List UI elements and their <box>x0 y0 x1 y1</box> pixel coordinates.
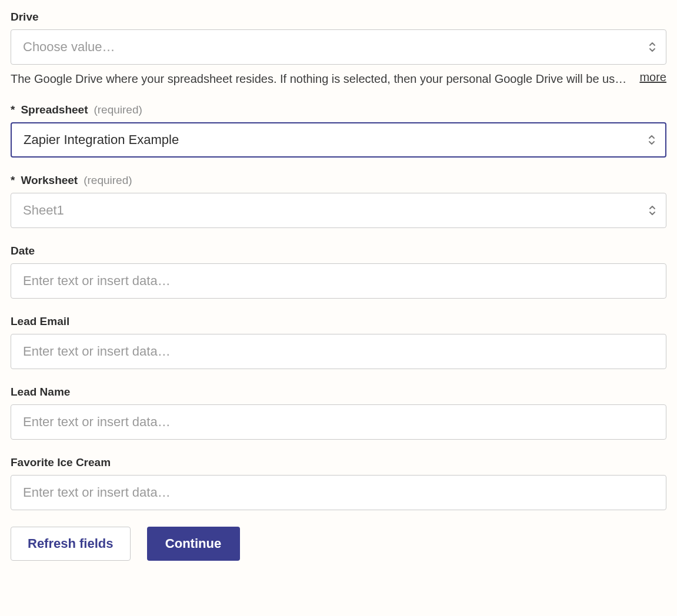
field-spreadsheet: * Spreadsheet (required) Zapier Integrat… <box>11 103 666 158</box>
date-input-wrapper[interactable] <box>11 263 666 299</box>
favorite-ice-cream-input[interactable] <box>23 476 639 510</box>
drive-help-text: The Google Drive where your spreadsheet … <box>11 71 629 87</box>
field-lead-name: Lead Name <box>11 386 666 440</box>
field-drive: Drive Choose value… The Google Drive whe… <box>11 11 666 87</box>
favorite-ice-cream-label-text: Favorite Ice Cream <box>11 456 111 469</box>
field-favorite-ice-cream: Favorite Ice Cream <box>11 456 666 510</box>
date-label-text: Date <box>11 245 35 257</box>
lead-email-input[interactable] <box>23 334 639 369</box>
field-date: Date <box>11 245 666 299</box>
drive-select-placeholder: Choose value… <box>23 39 115 55</box>
worksheet-required-tag: (required) <box>84 174 132 187</box>
lead-name-input-wrapper[interactable] <box>11 404 666 440</box>
worksheet-label: * Worksheet (required) <box>11 174 666 187</box>
lead-email-label-text: Lead Email <box>11 315 69 328</box>
refresh-fields-button[interactable]: Refresh fields <box>11 527 131 561</box>
lead-name-label-text: Lead Name <box>11 386 70 399</box>
drive-label: Drive <box>11 11 666 24</box>
chevron-up-down-icon <box>648 41 656 53</box>
spreadsheet-label-text: Spreadsheet <box>21 103 88 116</box>
worksheet-asterisk: * <box>11 174 15 187</box>
spreadsheet-asterisk: * <box>11 103 15 116</box>
spreadsheet-select[interactable]: Zapier Integration Example <box>11 122 666 158</box>
spreadsheet-select-value: Zapier Integration Example <box>24 132 179 148</box>
worksheet-label-text: Worksheet <box>21 174 78 187</box>
favorite-ice-cream-input-wrapper[interactable] <box>11 475 666 510</box>
chevron-up-down-icon <box>648 204 656 217</box>
date-input[interactable] <box>23 264 639 298</box>
field-worksheet: * Worksheet (required) Sheet1 <box>11 174 666 228</box>
favorite-ice-cream-label: Favorite Ice Cream <box>11 456 666 469</box>
drive-label-text: Drive <box>11 11 39 24</box>
date-label: Date <box>11 245 666 257</box>
lead-name-input[interactable] <box>23 405 639 439</box>
lead-email-input-wrapper[interactable] <box>11 334 666 369</box>
worksheet-select-placeholder: Sheet1 <box>23 203 64 218</box>
lead-email-label: Lead Email <box>11 315 666 328</box>
worksheet-select[interactable]: Sheet1 <box>11 193 666 228</box>
spreadsheet-label: * Spreadsheet (required) <box>11 103 666 116</box>
drive-help-row: The Google Drive where your spreadsheet … <box>11 71 666 87</box>
button-row: Refresh fields Continue <box>11 527 666 561</box>
drive-more-link[interactable]: more <box>639 71 666 84</box>
spreadsheet-required-tag: (required) <box>94 103 142 116</box>
drive-select[interactable]: Choose value… <box>11 29 666 65</box>
continue-button[interactable]: Continue <box>147 527 240 561</box>
lead-name-label: Lead Name <box>11 386 666 399</box>
chevron-up-down-icon <box>648 133 656 146</box>
field-lead-email: Lead Email <box>11 315 666 369</box>
